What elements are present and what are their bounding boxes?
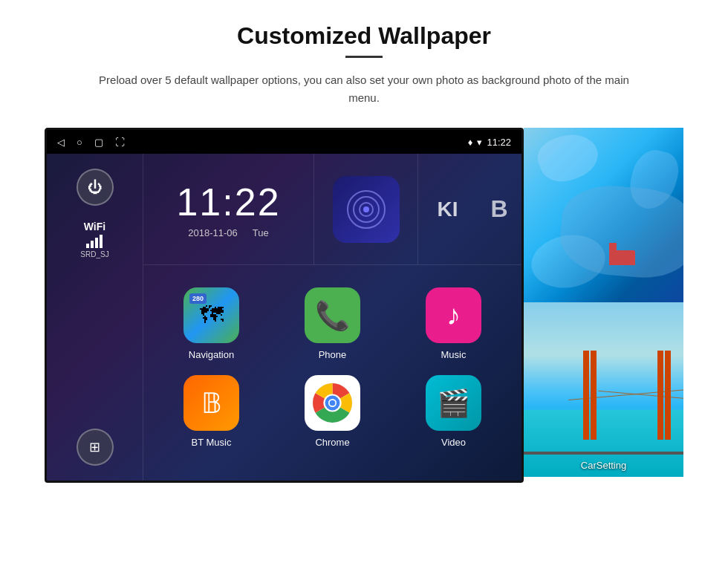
apps-button[interactable]: ⊞ — [77, 429, 114, 466]
home-icon[interactable]: ○ — [77, 137, 82, 148]
ki-section: KI — [417, 154, 477, 264]
svg-point-4 — [330, 400, 336, 406]
wifi-bar-3 — [95, 238, 98, 248]
bridge-tower-left — [583, 351, 589, 440]
power-button[interactable]: ⏻ — [77, 169, 114, 206]
wifi-info: WiFi SRD_SJ — [80, 221, 108, 258]
app-label-navigation: Navigation — [189, 349, 234, 360]
ki-text: KI — [438, 198, 458, 221]
navigation-icon: 280 🗺 — [183, 287, 239, 343]
app-label-phone: Phone — [319, 349, 347, 360]
chrome-svg — [312, 383, 353, 423]
app-label-music: Music — [441, 349, 467, 360]
screen-body: ⏻ WiFi SRD_SJ ⊞ — [47, 154, 521, 481]
sidebar-top: ⏻ WiFi SRD_SJ — [77, 169, 114, 258]
app-label-chrome: Chrome — [315, 437, 349, 448]
signal-widget — [333, 176, 400, 243]
wifi-bar-1 — [86, 244, 89, 248]
title-underline — [345, 56, 383, 58]
top-info-row: 11:22 2018-11-06 Tue — [143, 154, 521, 265]
btmusic-icon: 𝔹 — [183, 375, 239, 431]
carsetting-label: CarSetting — [581, 460, 626, 471]
app-chrome[interactable]: Chrome — [272, 368, 393, 455]
wifi-bars — [80, 235, 108, 248]
b-text: B — [490, 195, 507, 223]
status-bar: ◁ ○ ▢ ⛶ ♦ ▾ 11:22 — [47, 130, 521, 154]
page-title: Customized Wallpaper — [237, 22, 491, 50]
wifi-bar-2 — [91, 241, 94, 248]
signal-dot — [363, 206, 369, 212]
app-navigation[interactable]: 280 🗺 Navigation — [151, 280, 272, 368]
wallpaper-bridge[interactable]: CarSetting — [524, 302, 683, 477]
wallpapers-column: CarSetting — [524, 128, 683, 477]
location-icon: ♦ — [468, 137, 473, 148]
chimney-shape — [609, 243, 617, 265]
wifi-signal-icon: ▾ — [477, 137, 482, 148]
clock-date: 2018-11-06 Tue — [188, 227, 268, 238]
status-time: 11:22 — [487, 137, 511, 148]
ice-shape-1 — [533, 128, 604, 189]
bridge-tower-left2 — [591, 351, 597, 440]
android-screen: ◁ ○ ▢ ⛶ ♦ ▾ 11:22 ⏻ WiFi — [45, 128, 524, 483]
app-label-video: Video — [441, 437, 466, 448]
signal-rings — [344, 187, 389, 232]
music-icon: ♪ — [426, 287, 481, 343]
screen-main: 11:22 2018-11-06 Tue — [143, 154, 521, 481]
status-bar-right: ♦ ▾ 11:22 — [468, 137, 511, 148]
wifi-label: WiFi — [80, 221, 108, 232]
b-section: B — [477, 154, 521, 264]
app-music[interactable]: ♪ Music — [393, 280, 514, 368]
app-video[interactable]: 🎬 Video — [393, 368, 514, 455]
video-icon: 🎬 — [426, 375, 481, 431]
clock-section: 11:22 2018-11-06 Tue — [143, 154, 313, 264]
apps-grid: 280 🗺 Navigation 📞 Phone — [143, 265, 521, 481]
status-bar-left: ◁ ○ ▢ ⛶ — [57, 137, 125, 148]
content-area: ◁ ○ ▢ ⛶ ♦ ▾ 11:22 ⏻ WiFi — [45, 128, 683, 483]
wifi-network: SRD_SJ — [80, 250, 108, 258]
wallpaper-ice-cave[interactable] — [524, 128, 683, 302]
app-btmusic[interactable]: 𝔹 BT Music — [151, 368, 272, 455]
sidebar: ⏻ WiFi SRD_SJ ⊞ — [47, 154, 143, 481]
back-icon[interactable]: ◁ — [57, 137, 65, 148]
page-description: Preload over 5 default wallpaper options… — [97, 71, 631, 107]
clock-time: 11:22 — [176, 180, 280, 224]
bridge-tower-right2 — [665, 351, 671, 440]
nav-badge: 280 — [189, 293, 207, 304]
clock-date-value: 2018-11-06 — [188, 227, 238, 238]
chrome-icon — [305, 375, 360, 431]
wifi-bar-4 — [100, 235, 103, 248]
bridge-road — [524, 452, 683, 455]
image-icon[interactable]: ⛶ — [115, 137, 125, 148]
recent-icon[interactable]: ▢ — [94, 137, 103, 148]
phone-icon: 📞 — [305, 287, 360, 343]
app-label-btmusic: BT Music — [192, 437, 232, 448]
app-phone[interactable]: 📞 Phone — [272, 280, 393, 368]
widget-section[interactable] — [313, 154, 417, 264]
clock-day-value: Tue — [253, 227, 269, 238]
